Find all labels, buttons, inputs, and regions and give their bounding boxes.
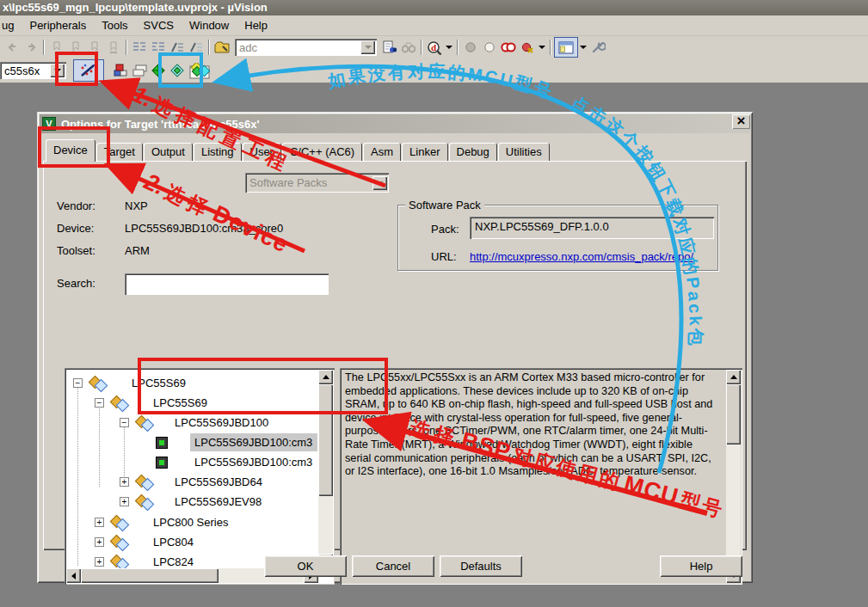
tree-label[interactable]: LPC824 [153, 555, 194, 568]
manage-project-items-icon[interactable] [130, 62, 149, 79]
find-in-files-icon[interactable] [212, 39, 231, 56]
software-packs-combo[interactable]: Software Packs [245, 173, 389, 193]
menu-item-tools[interactable]: Tools [94, 16, 135, 34]
toolset-label: Toolset: [57, 244, 95, 257]
menu-item-debug-truncated[interactable]: ug [0, 16, 22, 34]
tree-vscrollbar[interactable] [318, 370, 333, 568]
tab-target[interactable]: Target [96, 143, 143, 162]
description-vscrollbar[interactable] [726, 370, 741, 583]
breakpoint-toggle-icon[interactable] [461, 39, 480, 56]
pack-installer-icon[interactable] [187, 60, 212, 81]
search-input[interactable] [125, 273, 329, 295]
tree-label[interactable]: LPC55S69JEV98 [175, 495, 262, 508]
expander-plus-icon[interactable] [95, 518, 104, 527]
tree-label[interactable]: LPC55S69 [132, 377, 186, 389]
expander-plus-icon[interactable] [95, 537, 104, 547]
tab-utilities[interactable]: Utilities [498, 143, 550, 162]
tree-row[interactable]: LPC804 [66, 532, 318, 552]
options-for-target-icon[interactable] [73, 59, 104, 82]
tree-label[interactable]: LPC804 [153, 536, 194, 549]
description-vscroll-thumb[interactable] [726, 384, 741, 445]
tree-row[interactable]: LPC55S69 [66, 373, 318, 393]
target-select-dropdown-button[interactable] [50, 64, 65, 77]
bookmark-next-icon[interactable] [85, 39, 104, 56]
nav-forward-icon[interactable] [22, 39, 40, 56]
tree-label[interactable]: LPC55S69JBD100:cm3 [194, 456, 318, 469]
menu-item-peripherals[interactable]: Peripherals [22, 16, 94, 34]
bookmark-toggle-icon[interactable] [47, 39, 66, 56]
manage-rte-icon[interactable] [111, 62, 130, 79]
tab-output[interactable]: Output [144, 143, 193, 162]
expander-minus-icon[interactable] [95, 398, 104, 408]
menu-item-svcs[interactable]: SVCS [136, 16, 182, 34]
expander-minus-icon[interactable] [73, 378, 83, 388]
menu-item-help[interactable]: Help [237, 16, 275, 34]
scroll-left-icon[interactable] [66, 568, 81, 583]
configuration-wrench-icon[interactable] [588, 39, 607, 56]
binoculars-icon[interactable] [399, 39, 418, 56]
pack-name-field: NXP.LPC55S69_DFP.1.0.0 [470, 217, 714, 239]
tree-row-selected[interactable]: LPC55S69JBD100:cm3 [66, 432, 318, 452]
comment-icon[interactable] [168, 39, 187, 56]
software-packs-dropdown-button[interactable] [372, 176, 387, 190]
cancel-button[interactable]: Cancel [352, 555, 434, 577]
pack-url-link[interactable]: http://mcuxpresso.nxp.com/cmsis_pack/rep… [470, 250, 693, 263]
tab-user[interactable]: User [243, 143, 281, 162]
tab-device[interactable]: Device [46, 139, 95, 162]
dialog-close-button[interactable] [732, 114, 750, 129]
ok-button[interactable]: OK [264, 555, 347, 577]
tab-asm[interactable]: Asm [363, 143, 401, 162]
expander-plus-icon[interactable] [95, 557, 104, 567]
uncomment-icon[interactable] [187, 39, 206, 56]
tree-label[interactable]: LPC800 Series [153, 516, 228, 529]
tab-listing[interactable]: Listing [194, 143, 242, 162]
find-text-value[interactable]: adc [235, 41, 360, 54]
tree-row[interactable]: LPC55S69JBD100 [66, 413, 318, 432]
target-select-value[interactable]: c55s6x [0, 64, 50, 77]
tab-cc-ac6[interactable]: C/C++ (AC6) [282, 143, 362, 162]
tree-label[interactable]: LPC55S69JBD100 [175, 416, 268, 429]
select-software-packs-icon[interactable] [149, 62, 168, 79]
breakpoint-kill-dropdown-icon[interactable] [537, 39, 547, 56]
expander-plus-icon[interactable] [120, 497, 129, 506]
expander-plus-icon[interactable] [120, 477, 129, 487]
find-text-dropdown-button[interactable] [360, 40, 375, 54]
device-family-icon [89, 377, 108, 390]
help-button[interactable]: Help [660, 555, 742, 577]
quick-search-dropdown-icon[interactable] [444, 39, 454, 56]
device-description-box: The LPC55xx/LPC55Sxx is an ARM Cortex M3… [340, 368, 742, 585]
windows-layout-icon[interactable] [554, 37, 578, 58]
outdent-icon[interactable] [149, 39, 168, 56]
find-next-icon[interactable] [380, 39, 399, 56]
tree-row[interactable]: LPC55S69JBD100:cm3 [66, 452, 318, 472]
batch-build-icon[interactable] [168, 62, 187, 79]
dialog-tabs: Device Target Output Listing User C/C++ … [46, 139, 551, 162]
tree-row[interactable]: LPC55S69JBD64 [66, 472, 318, 492]
indent-icon[interactable] [130, 39, 149, 56]
tree-row[interactable]: LPC55S69 [66, 393, 318, 413]
bookmark-prev-icon[interactable] [66, 39, 85, 56]
expander-minus-icon[interactable] [120, 418, 129, 427]
tree-label[interactable]: LPC55S69JBD64 [175, 475, 262, 488]
breakpoint-kill-icon[interactable] [518, 39, 537, 56]
windows-layout-dropdown-icon[interactable] [578, 39, 588, 56]
tree-label[interactable]: LPC55S69 [153, 396, 207, 409]
nav-back-icon[interactable] [3, 39, 22, 56]
tree-row[interactable]: LPC800 Series [66, 512, 318, 532]
bookmark-clear-icon[interactable] [104, 39, 123, 56]
tab-debug[interactable]: Debug [449, 143, 497, 162]
defaults-button[interactable]: Defaults [440, 555, 522, 577]
tree-hscroll-thumb[interactable] [81, 568, 219, 583]
breakpoint-disable-icon[interactable] [499, 39, 518, 56]
menu-item-window[interactable]: Window [182, 16, 237, 34]
tree-label[interactable]: LPC55S69JBD100:cm3 [190, 433, 317, 451]
tab-linker[interactable]: Linker [402, 143, 447, 162]
scroll-up-icon[interactable] [318, 370, 333, 384]
quick-search-icon[interactable]: d [425, 39, 444, 56]
tree-row[interactable]: LPC55S69JEV98 [66, 492, 318, 512]
target-select-combo[interactable]: c55s6x [0, 62, 66, 79]
scroll-up-icon[interactable] [726, 370, 741, 384]
find-text-combo[interactable]: adc [235, 39, 377, 56]
breakpoint-enable-icon[interactable] [480, 39, 499, 56]
tree-vscroll-thumb[interactable] [318, 384, 333, 496]
